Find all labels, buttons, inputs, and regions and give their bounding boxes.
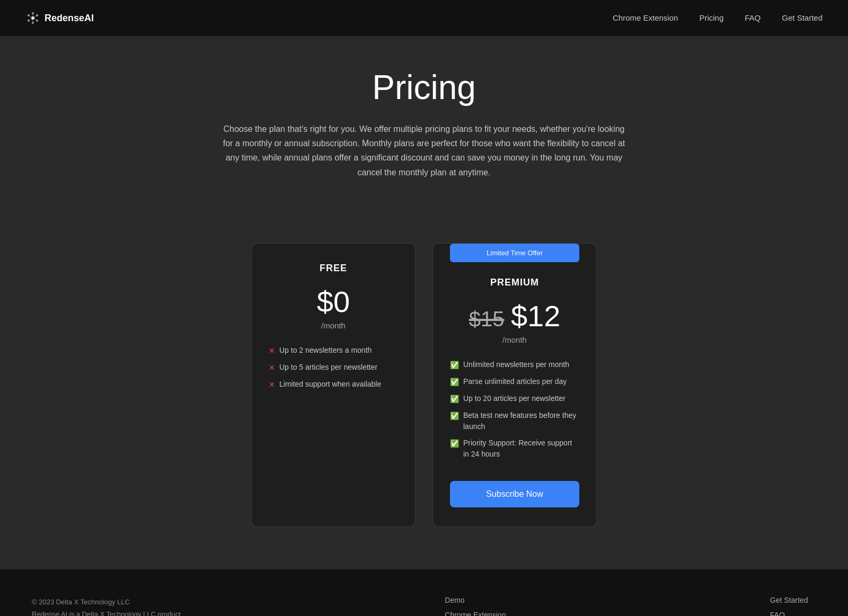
list-item: ✕ Up to 2 newsletters a month [269, 345, 398, 356]
premium-plan-name: PREMIUM [450, 277, 579, 288]
nav-faq[interactable]: FAQ [745, 13, 761, 22]
hero-description: Choose the plan that's right for you. We… [223, 122, 625, 180]
x-icon: ✕ [269, 345, 275, 356]
logo-icon [25, 11, 40, 25]
premium-plan-card: Limited Time Offer PREMIUM $15 $12 /mont… [432, 243, 597, 527]
free-feature-1: Up to 2 newsletters a month [279, 345, 372, 356]
free-plan-name: FREE [269, 263, 398, 274]
logo[interactable]: RedenseAI [25, 11, 94, 25]
free-feature-2: Up to 5 articles per newsletter [279, 362, 377, 373]
list-item: ✅ Parse unlimited articles per day [450, 376, 579, 388]
footer: © 2023 Delta X Technology LLC Redense AI… [0, 569, 848, 616]
x-icon: ✕ [269, 362, 275, 373]
footer-right-links: Get Started FAQ Privacy Policy Pricing [770, 596, 816, 616]
check-icon: ✅ [450, 438, 459, 449]
pricing-section: FREE $0 /month ✕ Up to 2 newsletters a m… [0, 222, 848, 569]
premium-feature-2: Parse unlimited articles per day [463, 376, 567, 387]
svg-point-4 [32, 22, 34, 24]
premium-feature-4: Beta test new features before they launc… [463, 410, 579, 432]
svg-point-1 [32, 12, 34, 14]
free-plan-price: $0 [269, 284, 398, 319]
nav-chrome-extension[interactable]: Chrome Extension [613, 13, 678, 22]
footer-get-started-link[interactable]: Get Started [770, 596, 816, 604]
footer-copyright: © 2023 Delta X Technology LLC [32, 596, 181, 608]
check-icon: ✅ [450, 360, 459, 371]
premium-feature-1: Unlimited newsletters per month [463, 359, 569, 370]
footer-faq-link[interactable]: FAQ [770, 611, 816, 616]
premium-original-price: $15 [469, 307, 505, 331]
premium-feature-5: Priority Support: Receive support in 24 … [463, 438, 579, 460]
nav-pricing[interactable]: Pricing [699, 13, 723, 22]
footer-product-line: Redense AI is a Delta X Technology LLC p… [32, 608, 181, 616]
list-item: ✅ Up to 20 articles per newsletter [450, 393, 579, 405]
premium-plan-period: /month [450, 335, 579, 344]
x-icon: ✕ [269, 379, 275, 390]
footer-left: © 2023 Delta X Technology LLC Redense AI… [32, 596, 181, 616]
list-item: ✕ Limited support when available [269, 379, 398, 390]
limited-offer-banner: Limited Time Offer [450, 244, 579, 262]
list-item: ✅ Priority Support: Receive support in 2… [450, 438, 579, 460]
nav-get-started[interactable]: Get Started [782, 13, 823, 22]
premium-feature-list: ✅ Unlimited newsletters per month ✅ Pars… [450, 359, 579, 460]
list-item: ✕ Up to 5 articles per newsletter [269, 362, 398, 373]
check-icon: ✅ [450, 394, 459, 405]
premium-feature-3: Up to 20 articles per newsletter [463, 393, 566, 404]
hero-section: Pricing Choose the plan that's right for… [0, 36, 848, 222]
footer-chrome-extension-link[interactable]: Chrome Extension [445, 611, 506, 616]
list-item: ✅ Beta test new features before they lau… [450, 410, 579, 432]
check-icon: ✅ [450, 410, 459, 422]
navbar: RedenseAI Chrome Extension Pricing FAQ G… [0, 0, 848, 36]
free-feature-list: ✕ Up to 2 newsletters a month ✕ Up to 5 … [269, 345, 398, 507]
list-item: ✅ Unlimited newsletters per month [450, 359, 579, 371]
subscribe-now-button[interactable]: Subscribe Now [450, 481, 579, 507]
nav-links: Chrome Extension Pricing FAQ Get Started [613, 13, 823, 23]
free-feature-3: Limited support when available [279, 379, 381, 390]
logo-text: RedenseAI [45, 13, 94, 24]
footer-center-links: Demo Chrome Extension [445, 596, 506, 616]
check-icon: ✅ [450, 377, 459, 388]
footer-demo-link[interactable]: Demo [445, 596, 506, 604]
free-plan-card: FREE $0 /month ✕ Up to 2 newsletters a m… [251, 243, 416, 527]
premium-plan-price: $15 $12 [450, 299, 579, 333]
page-title: Pricing [106, 68, 742, 107]
free-plan-period: /month [269, 321, 398, 330]
premium-discounted-price: $12 [511, 299, 560, 333]
